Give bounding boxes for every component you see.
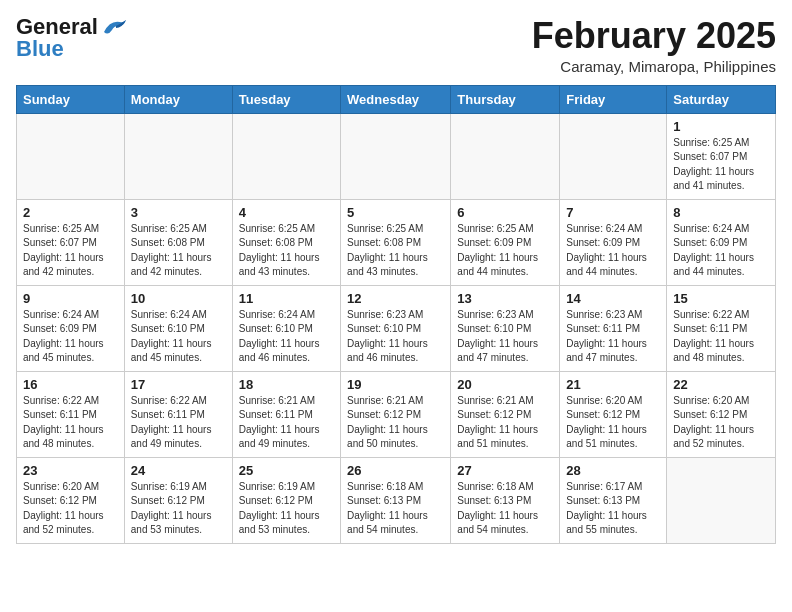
calendar-day-cell (341, 113, 451, 199)
calendar-day-cell: 25Sunrise: 6:19 AMSunset: 6:12 PMDayligh… (232, 457, 340, 543)
calendar-day-cell: 16Sunrise: 6:22 AMSunset: 6:11 PMDayligh… (17, 371, 125, 457)
day-number: 15 (673, 291, 769, 306)
day-number: 11 (239, 291, 334, 306)
calendar-day-cell: 5Sunrise: 6:25 AMSunset: 6:08 PMDaylight… (341, 199, 451, 285)
day-number: 1 (673, 119, 769, 134)
weekday-header-friday: Friday (560, 85, 667, 113)
calendar-day-cell: 21Sunrise: 6:20 AMSunset: 6:12 PMDayligh… (560, 371, 667, 457)
day-info: Sunrise: 6:25 AMSunset: 6:08 PMDaylight:… (239, 222, 334, 280)
calendar-week-row: 23Sunrise: 6:20 AMSunset: 6:12 PMDayligh… (17, 457, 776, 543)
day-info: Sunrise: 6:21 AMSunset: 6:12 PMDaylight:… (457, 394, 553, 452)
day-info: Sunrise: 6:24 AMSunset: 6:09 PMDaylight:… (566, 222, 660, 280)
day-info: Sunrise: 6:23 AMSunset: 6:11 PMDaylight:… (566, 308, 660, 366)
logo-blue-text: Blue (16, 36, 64, 61)
day-info: Sunrise: 6:20 AMSunset: 6:12 PMDaylight:… (23, 480, 118, 538)
weekday-header-monday: Monday (124, 85, 232, 113)
calendar-day-cell (232, 113, 340, 199)
weekday-header-tuesday: Tuesday (232, 85, 340, 113)
calendar-day-cell (667, 457, 776, 543)
day-info: Sunrise: 6:24 AMSunset: 6:09 PMDaylight:… (673, 222, 769, 280)
calendar-day-cell: 8Sunrise: 6:24 AMSunset: 6:09 PMDaylight… (667, 199, 776, 285)
calendar-day-cell: 11Sunrise: 6:24 AMSunset: 6:10 PMDayligh… (232, 285, 340, 371)
calendar-day-cell: 28Sunrise: 6:17 AMSunset: 6:13 PMDayligh… (560, 457, 667, 543)
calendar-day-cell: 19Sunrise: 6:21 AMSunset: 6:12 PMDayligh… (341, 371, 451, 457)
title-block: February 2025 Caramay, Mimaropa, Philipp… (532, 16, 776, 75)
day-number: 6 (457, 205, 553, 220)
day-number: 14 (566, 291, 660, 306)
month-title: February 2025 (532, 16, 776, 56)
calendar-day-cell: 6Sunrise: 6:25 AMSunset: 6:09 PMDaylight… (451, 199, 560, 285)
calendar-day-cell: 17Sunrise: 6:22 AMSunset: 6:11 PMDayligh… (124, 371, 232, 457)
day-info: Sunrise: 6:18 AMSunset: 6:13 PMDaylight:… (347, 480, 444, 538)
calendar-day-cell: 20Sunrise: 6:21 AMSunset: 6:12 PMDayligh… (451, 371, 560, 457)
weekday-header-saturday: Saturday (667, 85, 776, 113)
calendar-day-cell: 2Sunrise: 6:25 AMSunset: 6:07 PMDaylight… (17, 199, 125, 285)
day-number: 5 (347, 205, 444, 220)
page: General Blue February 2025 Caramay, Mima… (0, 0, 792, 560)
day-number: 21 (566, 377, 660, 392)
calendar-day-cell: 10Sunrise: 6:24 AMSunset: 6:10 PMDayligh… (124, 285, 232, 371)
day-number: 18 (239, 377, 334, 392)
logo-bird-icon (100, 18, 128, 36)
calendar-day-cell (124, 113, 232, 199)
calendar-day-cell: 1Sunrise: 6:25 AMSunset: 6:07 PMDaylight… (667, 113, 776, 199)
day-number: 12 (347, 291, 444, 306)
calendar-day-cell: 4Sunrise: 6:25 AMSunset: 6:08 PMDaylight… (232, 199, 340, 285)
calendar-day-cell: 22Sunrise: 6:20 AMSunset: 6:12 PMDayligh… (667, 371, 776, 457)
calendar-week-row: 1Sunrise: 6:25 AMSunset: 6:07 PMDaylight… (17, 113, 776, 199)
calendar-day-cell: 27Sunrise: 6:18 AMSunset: 6:13 PMDayligh… (451, 457, 560, 543)
day-info: Sunrise: 6:24 AMSunset: 6:10 PMDaylight:… (239, 308, 334, 366)
calendar-day-cell: 23Sunrise: 6:20 AMSunset: 6:12 PMDayligh… (17, 457, 125, 543)
day-info: Sunrise: 6:23 AMSunset: 6:10 PMDaylight:… (457, 308, 553, 366)
day-info: Sunrise: 6:25 AMSunset: 6:08 PMDaylight:… (131, 222, 226, 280)
day-info: Sunrise: 6:25 AMSunset: 6:07 PMDaylight:… (673, 136, 769, 194)
day-number: 16 (23, 377, 118, 392)
day-number: 24 (131, 463, 226, 478)
calendar-day-cell: 14Sunrise: 6:23 AMSunset: 6:11 PMDayligh… (560, 285, 667, 371)
day-number: 25 (239, 463, 334, 478)
logo-text: General (16, 16, 98, 38)
day-info: Sunrise: 6:19 AMSunset: 6:12 PMDaylight:… (239, 480, 334, 538)
weekday-header-sunday: Sunday (17, 85, 125, 113)
day-number: 20 (457, 377, 553, 392)
day-info: Sunrise: 6:21 AMSunset: 6:12 PMDaylight:… (347, 394, 444, 452)
calendar-week-row: 16Sunrise: 6:22 AMSunset: 6:11 PMDayligh… (17, 371, 776, 457)
day-info: Sunrise: 6:22 AMSunset: 6:11 PMDaylight:… (131, 394, 226, 452)
calendar-day-cell (560, 113, 667, 199)
calendar-table: SundayMondayTuesdayWednesdayThursdayFrid… (16, 85, 776, 544)
day-info: Sunrise: 6:21 AMSunset: 6:11 PMDaylight:… (239, 394, 334, 452)
calendar-day-cell: 26Sunrise: 6:18 AMSunset: 6:13 PMDayligh… (341, 457, 451, 543)
day-number: 26 (347, 463, 444, 478)
day-info: Sunrise: 6:24 AMSunset: 6:09 PMDaylight:… (23, 308, 118, 366)
calendar-day-cell: 7Sunrise: 6:24 AMSunset: 6:09 PMDaylight… (560, 199, 667, 285)
day-number: 9 (23, 291, 118, 306)
calendar-day-cell: 18Sunrise: 6:21 AMSunset: 6:11 PMDayligh… (232, 371, 340, 457)
calendar-day-cell: 15Sunrise: 6:22 AMSunset: 6:11 PMDayligh… (667, 285, 776, 371)
day-info: Sunrise: 6:22 AMSunset: 6:11 PMDaylight:… (673, 308, 769, 366)
day-info: Sunrise: 6:19 AMSunset: 6:12 PMDaylight:… (131, 480, 226, 538)
day-number: 19 (347, 377, 444, 392)
calendar-day-cell: 13Sunrise: 6:23 AMSunset: 6:10 PMDayligh… (451, 285, 560, 371)
calendar-day-cell (451, 113, 560, 199)
day-info: Sunrise: 6:25 AMSunset: 6:08 PMDaylight:… (347, 222, 444, 280)
calendar-week-row: 2Sunrise: 6:25 AMSunset: 6:07 PMDaylight… (17, 199, 776, 285)
calendar-day-cell (17, 113, 125, 199)
day-number: 10 (131, 291, 226, 306)
logo: General Blue (16, 16, 128, 60)
header: General Blue February 2025 Caramay, Mima… (16, 16, 776, 75)
day-number: 7 (566, 205, 660, 220)
calendar-day-cell: 9Sunrise: 6:24 AMSunset: 6:09 PMDaylight… (17, 285, 125, 371)
calendar-header-row: SundayMondayTuesdayWednesdayThursdayFrid… (17, 85, 776, 113)
day-info: Sunrise: 6:18 AMSunset: 6:13 PMDaylight:… (457, 480, 553, 538)
day-number: 3 (131, 205, 226, 220)
day-info: Sunrise: 6:20 AMSunset: 6:12 PMDaylight:… (673, 394, 769, 452)
day-info: Sunrise: 6:25 AMSunset: 6:09 PMDaylight:… (457, 222, 553, 280)
day-number: 27 (457, 463, 553, 478)
calendar-day-cell: 12Sunrise: 6:23 AMSunset: 6:10 PMDayligh… (341, 285, 451, 371)
day-number: 23 (23, 463, 118, 478)
day-info: Sunrise: 6:17 AMSunset: 6:13 PMDaylight:… (566, 480, 660, 538)
day-number: 22 (673, 377, 769, 392)
day-number: 2 (23, 205, 118, 220)
calendar-week-row: 9Sunrise: 6:24 AMSunset: 6:09 PMDaylight… (17, 285, 776, 371)
day-info: Sunrise: 6:20 AMSunset: 6:12 PMDaylight:… (566, 394, 660, 452)
